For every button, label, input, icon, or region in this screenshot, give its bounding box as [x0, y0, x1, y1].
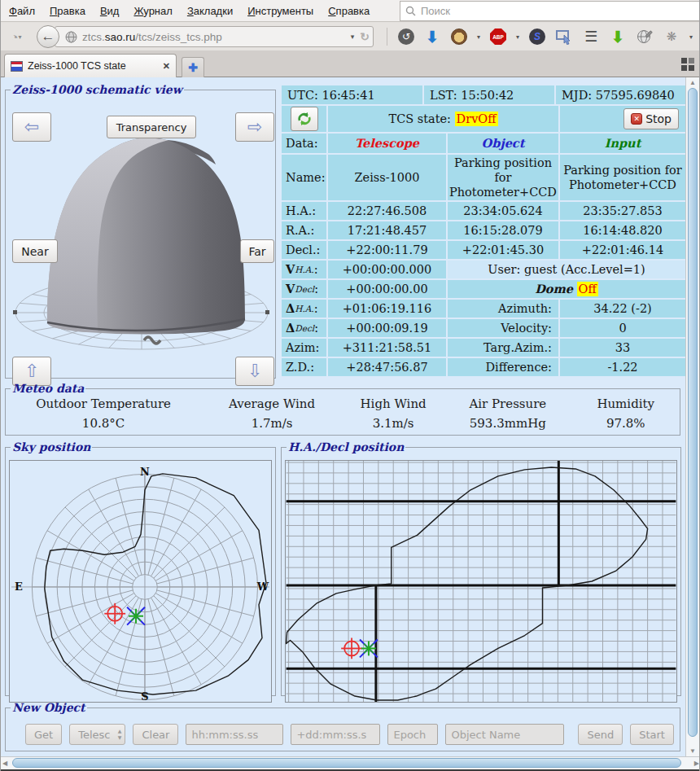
history-restore-icon[interactable]: ↺ [398, 28, 414, 45]
globe-edit-icon[interactable] [636, 28, 654, 46]
telescope-column-header: Telescope [328, 134, 446, 153]
object-position-marker [360, 640, 378, 658]
difference-value: -1.22 [560, 358, 685, 376]
name-input: Parking position for Photometer+CCD [560, 155, 685, 200]
refresh-button[interactable] [291, 107, 318, 131]
tab-groups-icon[interactable] [681, 58, 694, 71]
scroll-right-icon[interactable]: ▶ [694, 760, 699, 767]
stop-x-icon: ✕ [631, 113, 642, 125]
object-name-input[interactable] [445, 724, 564, 745]
lst-value: 15:50:42 [461, 88, 514, 103]
targ-azim-label: Targ.Azim.: [448, 339, 558, 357]
menu-file[interactable]: Файл [9, 5, 35, 17]
meteo-value: 3.1m/s [373, 416, 414, 431]
tab-zeiss-tcs[interactable]: Zeiss-1000 TCS state ✕ [4, 54, 177, 77]
table-row: H.A.: 22:27:46.508 23:34:05.624 23:35:27… [282, 202, 685, 220]
dec-input[interactable] [291, 724, 380, 745]
up-arrow-icon: ⇧ [24, 362, 39, 380]
send-button[interactable]: Send [578, 724, 623, 745]
compass-west-label: W [256, 580, 269, 593]
reload-icon[interactable]: ↻ [360, 30, 370, 43]
transparency-button[interactable]: Transparency [107, 116, 196, 138]
greasemonkey-icon[interactable] [451, 28, 467, 45]
menu-view[interactable]: Вид [100, 5, 120, 17]
velocity-label: Velocity: [448, 319, 558, 337]
flagfox-dropdown-icon[interactable]: ▾ [689, 33, 693, 41]
ra-input: 16:14:48.820 [560, 221, 685, 239]
south-marker [144, 337, 160, 344]
horizontal-scrollbar[interactable]: ◀ ▶ [1, 756, 700, 769]
noscript-icon[interactable]: S [529, 28, 545, 45]
compass-east-label: E [15, 580, 23, 593]
url-dropdown-icon[interactable]: ▾ [351, 33, 355, 41]
vertical-scrollbar[interactable]: ▲ ▼ [685, 77, 699, 756]
table-row: ΔH.A.: +01:06:19.116 Azimuth: 34.22 (-2) [282, 300, 685, 318]
flagfox-icon[interactable]: ❋ [663, 28, 680, 46]
tab-close-icon[interactable]: ✕ [163, 61, 170, 72]
menu-edit[interactable]: Правка [50, 5, 85, 17]
hadecl-position-plot [285, 460, 677, 703]
search-box[interactable]: Поиск [400, 1, 700, 21]
element-picker-icon[interactable] [555, 28, 573, 46]
adblock-icon[interactable]: ABP [490, 28, 506, 45]
stop-button[interactable]: ✕ Stop [623, 108, 679, 129]
meteo-average-wind: Average Wind1.7m/s [201, 396, 343, 431]
table-row: Decl.: +22:00:11.79 +22:01:45.30 +22:01:… [282, 241, 685, 259]
epoch-input[interactable] [387, 724, 438, 745]
far-button[interactable]: Far [240, 239, 274, 263]
ha-input: 23:35:27.853 [560, 202, 685, 220]
name-telescope: Zeiss-1000 [328, 155, 446, 200]
back-button[interactable]: ← [37, 25, 59, 48]
tab-favicon [11, 61, 23, 72]
compass-north-label: N [140, 466, 150, 478]
rotate-right-button[interactable]: ⇨ [235, 112, 274, 142]
scroll-left-icon[interactable]: ◀ [2, 760, 7, 767]
telesc-select[interactable]: Telesc▲▼ [69, 724, 125, 745]
get-button[interactable]: Get [25, 724, 62, 745]
lst-cell: LST: 15:50:42 [424, 85, 554, 104]
new-tab-button[interactable]: ✚ [182, 57, 204, 77]
menu-history[interactable]: Журнал [133, 5, 172, 17]
schematic-view-panel: Zeiss-1000 schematic view [5, 83, 276, 379]
meteo-value: 10.8°C [82, 416, 125, 431]
greasemonkey-dropdown-icon[interactable]: ▾ [477, 33, 480, 41]
rotate-left-button[interactable]: ⇦ [12, 112, 51, 142]
near-button[interactable]: Near [12, 239, 58, 263]
tcs-page: Zeiss-1000 schematic view [1, 77, 687, 756]
table-row: VH.A.: +00:00:00.000 User: guest (Acc.Le… [282, 261, 685, 278]
search-placeholder: Поиск [421, 5, 450, 17]
table-row: Azim: +311:21:58.51 Targ.Azim.: 33 [282, 339, 685, 357]
menu-hamburger-icon[interactable]: ☰ [582, 28, 600, 46]
decl-telescope: +22:00:11.79 [328, 241, 446, 259]
vertical-scrollbar-thumb[interactable] [688, 88, 698, 737]
hadecl-position-panel: H.A./Decl position [281, 440, 681, 696]
scroll-down-icon[interactable]: ▼ [686, 747, 699, 755]
difference-label: Difference: [448, 358, 558, 376]
vha-value: +00:00:00.000 [328, 261, 446, 278]
meteo-legend: Meteo data [11, 382, 85, 395]
azimuth-value: 34.22 (-2) [560, 300, 685, 318]
session-restore-icon[interactable]: ◔▾ [4, 27, 28, 46]
url-bar[interactable]: ztcs.sao.ru/tcs/zeiss_tcs.php ▾ ↻ [55, 26, 374, 47]
tab-title: Zeiss-1000 TCS state [28, 60, 158, 72]
ra-telescope: 17:21:48.457 [328, 221, 446, 239]
clear-button[interactable]: Clear [133, 724, 178, 745]
download-helper-icon[interactable]: ⬇ [423, 28, 441, 46]
targ-azim-value: 33 [560, 339, 685, 357]
horizontal-scrollbar-thumb[interactable] [12, 758, 681, 768]
menu-bookmarks[interactable]: Закладки [187, 5, 233, 17]
start-button[interactable]: Start [630, 724, 674, 745]
downloads-icon[interactable]: ⬇ [609, 28, 627, 46]
toolbar-separator [387, 28, 387, 46]
meteo-value: 1.7m/s [252, 416, 293, 431]
menu-tools[interactable]: Инструменты [247, 5, 313, 17]
scroll-up-icon[interactable]: ▲ [686, 79, 699, 86]
ra-input[interactable] [186, 724, 283, 745]
menu-help[interactable]: Справка [328, 5, 370, 17]
tab-bar: Zeiss-1000 TCS state ✕ ✚ [1, 50, 700, 77]
new-object-panel: New Object Get Telesc▲▼ Clear Send Start [5, 701, 680, 751]
ha-telescope: 22:27:46.508 [328, 202, 446, 220]
adblock-dropdown-icon[interactable]: ▾ [516, 33, 519, 41]
site-favicon-globe-icon [65, 31, 77, 43]
tcs-state-badge: DrvOff [455, 112, 498, 126]
